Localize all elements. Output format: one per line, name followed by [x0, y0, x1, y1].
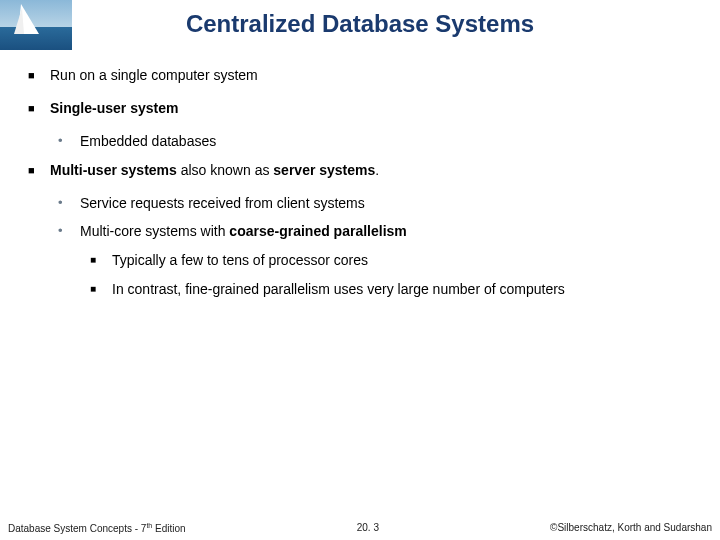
bullet-text: Run on a single computer system — [42, 66, 692, 85]
square-bullet-icon: ■ — [28, 99, 42, 118]
footer-right: ©Silberschatz, Korth and Sudarshan — [550, 522, 712, 534]
bullet-level3: ■ Typically a few to tens of processor c… — [90, 251, 692, 270]
square-bullet-icon: ■ — [28, 66, 42, 85]
bullet-level2: • Service requests received from client … — [58, 194, 692, 213]
footer-center: 20. 3 — [357, 522, 379, 534]
square-bullet-icon: ■ — [90, 251, 104, 270]
bullet-level3: ■ In contrast, fine-grained parallelism … — [90, 280, 692, 299]
slide-title: Centralized Database Systems — [0, 0, 720, 66]
slide-content: ■ Run on a single computer system ■ Sing… — [0, 66, 720, 299]
square-bullet-icon: ■ — [28, 161, 42, 180]
bullet-level2: • Multi-core systems with coarse-grained… — [58, 222, 692, 241]
logo-image — [0, 0, 72, 50]
square-bullet-icon: ■ — [90, 280, 104, 299]
bullet-level1: ■ Run on a single computer system — [28, 66, 692, 85]
bullet-text: Service requests received from client sy… — [72, 194, 692, 213]
dot-bullet-icon: • — [58, 222, 72, 241]
bullet-level1: ■ Multi-user systems also known as serve… — [28, 161, 692, 180]
bullet-level2: • Embedded databases — [58, 132, 692, 151]
sail-shape-2 — [14, 8, 24, 34]
slide-footer: Database System Concepts - 7th Edition 2… — [0, 522, 720, 534]
bullet-text: Embedded databases — [72, 132, 692, 151]
bullet-text: In contrast, fine-grained parallelism us… — [104, 280, 692, 299]
bullet-text: Single-user system — [42, 99, 692, 118]
bullet-text: Multi-user systems also known as server … — [42, 161, 692, 180]
bullet-text: Typically a few to tens of processor cor… — [104, 251, 692, 270]
footer-left: Database System Concepts - 7th Edition — [8, 522, 186, 534]
bullet-text: Multi-core systems with coarse-grained p… — [72, 222, 692, 241]
bullet-level1: ■ Single-user system — [28, 99, 692, 118]
dot-bullet-icon: • — [58, 132, 72, 151]
dot-bullet-icon: • — [58, 194, 72, 213]
